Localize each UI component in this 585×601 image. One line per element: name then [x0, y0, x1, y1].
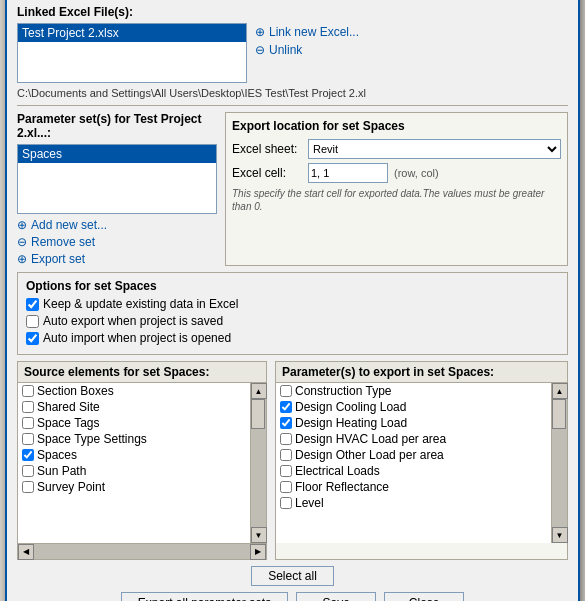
param-label-4: Design Other Load per area — [295, 448, 444, 462]
link-new-excel-button[interactable]: ⊕ Link new Excel... — [255, 25, 359, 39]
source-check-3[interactable] — [22, 433, 34, 445]
option-label-0: Keep & update existing data in Excel — [43, 297, 238, 311]
excel-cell-label: Excel cell: — [232, 166, 302, 180]
options-title: Options for set Spaces — [26, 279, 559, 293]
source-scroll-track — [251, 399, 266, 527]
option-checkbox-input-1[interactable] — [26, 315, 39, 328]
source-list[interactable]: Section Boxes Shared Site Space Tags — [18, 383, 250, 543]
save-button[interactable]: Save — [296, 592, 376, 601]
options-area: Options for set Spaces Keep & update exi… — [17, 272, 568, 355]
params-area: Parameter set(s) for Test Project 2.xl..… — [17, 112, 568, 266]
add-icon: ⊕ — [17, 218, 27, 232]
select-all-button[interactable]: Select all — [251, 566, 334, 586]
param-label-7: Level — [295, 496, 324, 510]
params-scroll-track — [552, 399, 567, 527]
source-label-2: Space Tags — [37, 416, 100, 430]
dialog-window: Link Revit to Excel – □ ✕ Linked Excel F… — [5, 0, 580, 601]
excel-cell-input[interactable] — [308, 163, 388, 183]
source-scroll-thumb[interactable] — [251, 399, 265, 429]
param-listbox[interactable]: Spaces — [17, 144, 217, 214]
excel-sheet-label: Excel sheet: — [232, 142, 302, 156]
source-hscroll[interactable]: ◀ ▶ — [18, 543, 266, 559]
source-hscroll-right[interactable]: ▶ — [250, 544, 266, 560]
param-check-3[interactable] — [280, 433, 292, 445]
param-label-1: Design Cooling Load — [295, 400, 406, 414]
option-checkbox-input-0[interactable] — [26, 298, 39, 311]
param-listbox-item[interactable]: Spaces — [18, 145, 216, 163]
file-path: C:\Documents and Settings\All Users\Desk… — [17, 87, 568, 99]
param-label-0: Construction Type — [295, 384, 392, 398]
params-left: Parameter set(s) for Test Project 2.xl..… — [17, 112, 217, 266]
source-check-1[interactable] — [22, 401, 34, 413]
param-check-1[interactable] — [280, 401, 292, 413]
param-check-5[interactable] — [280, 465, 292, 477]
param-item-4: Design Other Load per area — [276, 447, 551, 463]
dialog-body: Linked Excel File(s): Test Project 2.xls… — [7, 0, 578, 601]
param-label-5: Electrical Loads — [295, 464, 380, 478]
source-check-5[interactable] — [22, 465, 34, 477]
source-scroll-down[interactable]: ▼ — [251, 527, 267, 543]
param-check-0[interactable] — [280, 385, 292, 397]
params-panel-content: Construction Type Design Cooling Load De… — [276, 383, 567, 543]
source-item-1: Shared Site — [18, 399, 250, 415]
source-item-6: Survey Point — [18, 479, 250, 495]
option-checkbox-2: Auto import when project is opened — [26, 331, 559, 345]
param-item-7: Level — [276, 495, 551, 511]
param-check-4[interactable] — [280, 449, 292, 461]
params-scroll-up[interactable]: ▲ — [552, 383, 568, 399]
param-check-6[interactable] — [280, 481, 292, 493]
source-check-6[interactable] — [22, 481, 34, 493]
select-all-row: Select all — [17, 566, 568, 586]
cell-hint: (row, col) — [394, 167, 439, 179]
source-item-4: Spaces — [18, 447, 250, 463]
option-checkbox-input-2[interactable] — [26, 332, 39, 345]
remove-set-button[interactable]: ⊖ Remove set — [17, 235, 217, 249]
source-check-2[interactable] — [22, 417, 34, 429]
unlink-button[interactable]: ⊖ Unlink — [255, 43, 359, 57]
option-checkbox-1: Auto export when project is saved — [26, 314, 559, 328]
param-item-1: Design Cooling Load — [276, 399, 551, 415]
param-item-2: Design Heating Load — [276, 415, 551, 431]
source-check-4[interactable] — [22, 449, 34, 461]
param-label-2: Design Heating Load — [295, 416, 407, 430]
param-item-3: Design HVAC Load per area — [276, 431, 551, 447]
remove-icon: ⊖ — [17, 235, 27, 249]
param-label-3: Design HVAC Load per area — [295, 432, 446, 446]
file-listbox-item[interactable]: Test Project 2.xlsx — [18, 24, 246, 42]
params-vscroll[interactable]: ▲ ▼ — [551, 383, 567, 543]
param-check-2[interactable] — [280, 417, 292, 429]
params-scroll-thumb[interactable] — [552, 399, 566, 429]
file-listbox[interactable]: Test Project 2.xlsx — [17, 23, 247, 83]
excel-sheet-select[interactable]: Revit — [308, 139, 561, 159]
source-vscroll[interactable]: ▲ ▼ — [250, 383, 266, 543]
param-check-7[interactable] — [280, 497, 292, 509]
source-item-3: Space Type Settings — [18, 431, 250, 447]
source-item-0: Section Boxes — [18, 383, 250, 399]
linked-files-row: Test Project 2.xlsx ⊕ Link new Excel... … — [17, 23, 568, 83]
source-panel-content: Section Boxes Shared Site Space Tags — [18, 383, 266, 543]
export-set-button[interactable]: ⊕ Export set — [17, 252, 217, 266]
source-hscroll-left[interactable]: ◀ — [18, 544, 34, 560]
link-buttons: ⊕ Link new Excel... ⊖ Unlink — [255, 23, 359, 57]
export-location-panel: Export location for set Spaces Excel she… — [225, 112, 568, 266]
set-buttons: ⊕ Add new set... ⊖ Remove set ⊕ Export s… — [17, 218, 217, 266]
add-new-set-button[interactable]: ⊕ Add new set... — [17, 218, 217, 232]
source-item-2: Space Tags — [18, 415, 250, 431]
params-scroll-down[interactable]: ▼ — [552, 527, 568, 543]
source-check-0[interactable] — [22, 385, 34, 397]
close-button[interactable]: Close — [384, 592, 464, 601]
export-note: This specify the start cell for exported… — [232, 187, 561, 213]
params-list[interactable]: Construction Type Design Cooling Load De… — [276, 383, 551, 543]
export-icon: ⊕ — [17, 252, 27, 266]
params-panel: Parameter(s) to export in set Spaces: Co… — [275, 361, 568, 560]
minus-icon: ⊖ — [255, 43, 265, 57]
source-scroll-up[interactable]: ▲ — [251, 383, 267, 399]
option-checkbox-0: Keep & update existing data in Excel — [26, 297, 559, 311]
param-item-5: Electrical Loads — [276, 463, 551, 479]
plus-icon: ⊕ — [255, 25, 265, 39]
source-label-5: Sun Path — [37, 464, 86, 478]
source-item-5: Sun Path — [18, 463, 250, 479]
export-all-button[interactable]: Export all parameter sets — [121, 592, 288, 601]
source-panel-title: Source elements for set Spaces: — [18, 362, 266, 383]
source-label-3: Space Type Settings — [37, 432, 147, 446]
